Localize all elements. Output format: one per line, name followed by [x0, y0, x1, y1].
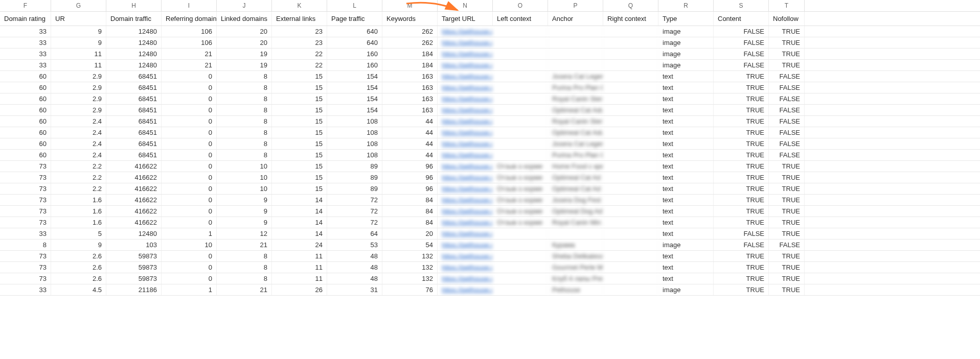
cell-n[interactable]: https://pethouse.ua/ru/search-res	[438, 240, 493, 250]
cell-f[interactable]: 60	[0, 105, 51, 115]
cell-t[interactable]: FALSE	[769, 150, 805, 160]
table-row[interactable]: 602.468451081510844https://pethouse.ua/r…	[0, 127, 980, 138]
cell-s[interactable]: TRUE	[714, 172, 769, 183]
table-row[interactable]: 602.9684510815154163https://pethouse.ua/…	[0, 71, 980, 82]
cell-l[interactable]: 154	[327, 93, 382, 104]
cell-r[interactable]: text	[658, 273, 714, 284]
cell-t[interactable]: TRUE	[769, 37, 805, 48]
cell-k[interactable]: 11	[272, 273, 327, 284]
cell-g[interactable]: 2.9	[51, 93, 106, 104]
cell-r[interactable]: image	[658, 60, 714, 70]
cell-i[interactable]: 0	[162, 273, 217, 284]
cell-l[interactable]: 31	[327, 284, 382, 295]
header-anchor[interactable]: Anchor	[548, 12, 603, 26]
cell-k[interactable]: 15	[272, 183, 327, 194]
cell-m[interactable]: 44	[382, 127, 438, 138]
cell-h[interactable]: 416622	[106, 206, 162, 217]
cell-s[interactable]: FALSE	[714, 240, 769, 250]
table-row[interactable]: 891031021245354https://pethouse.ua/ru/se…	[0, 240, 980, 251]
cell-g[interactable]: 2.9	[51, 82, 106, 93]
cell-g[interactable]: 9	[51, 240, 106, 250]
cell-o[interactable]	[493, 150, 548, 160]
cell-j[interactable]: 8	[217, 251, 272, 261]
cell-p[interactable]: Pethouse	[548, 284, 603, 295]
cell-f[interactable]: 33	[0, 284, 51, 295]
cell-h[interactable]: 416622	[106, 195, 162, 205]
cell-q[interactable]	[603, 60, 658, 70]
cell-s[interactable]: TRUE	[714, 262, 769, 273]
cell-m[interactable]: 163	[382, 93, 438, 104]
cell-q[interactable]	[603, 262, 658, 273]
cell-q[interactable]	[603, 49, 658, 59]
cell-h[interactable]: 68451	[106, 116, 162, 127]
cell-t[interactable]: FALSE	[769, 240, 805, 250]
cell-m[interactable]: 76	[382, 284, 438, 295]
cell-o[interactable]	[493, 240, 548, 250]
cell-l[interactable]: 48	[327, 262, 382, 273]
cell-m[interactable]: 20	[382, 228, 438, 239]
cell-f[interactable]: 73	[0, 195, 51, 205]
cell-r[interactable]: text	[658, 82, 714, 93]
cell-f[interactable]: 60	[0, 127, 51, 138]
cell-j[interactable]: 8	[217, 273, 272, 284]
cell-l[interactable]: 108	[327, 127, 382, 138]
header-nofollow[interactable]: Nofollow	[769, 12, 805, 26]
cell-n[interactable]: https://pethouse.ua/ru/shop/koshk	[438, 71, 493, 82]
cell-q[interactable]	[603, 217, 658, 228]
cell-q[interactable]	[603, 206, 658, 217]
cell-o[interactable]	[493, 127, 548, 138]
header-referring-domains[interactable]: Referring domains	[162, 12, 217, 26]
header-domain-traffic[interactable]: Domain traffic	[106, 12, 162, 26]
cell-h[interactable]: 12480	[106, 228, 162, 239]
cell-o[interactable]	[493, 116, 548, 127]
cell-m[interactable]: 132	[382, 262, 438, 273]
cell-m[interactable]: 96	[382, 183, 438, 194]
cell-f[interactable]: 73	[0, 161, 51, 172]
cell-k[interactable]: 23	[272, 37, 327, 48]
cell-m[interactable]: 54	[382, 240, 438, 250]
cell-f[interactable]: 73	[0, 206, 51, 217]
cell-h[interactable]: 12480	[106, 49, 162, 59]
cell-m[interactable]: 84	[382, 195, 438, 205]
cell-f[interactable]: 60	[0, 138, 51, 149]
cell-j[interactable]: 8	[217, 262, 272, 273]
column-letter-s[interactable]: S	[714, 0, 769, 11]
cell-h[interactable]: 68451	[106, 138, 162, 149]
cell-g[interactable]: 2.4	[51, 138, 106, 149]
table-row[interactable]: 732.659873081148132https://pethouse.ua/r…	[0, 273, 980, 284]
cell-n[interactable]: https://pethouse.ua/ru/shop/koshk	[438, 273, 493, 284]
cell-p[interactable]: Gourmet Perle Mini Filets Tuna	[548, 262, 603, 273]
cell-q[interactable]	[603, 161, 658, 172]
cell-s[interactable]: FALSE	[714, 37, 769, 48]
header-external-links[interactable]: External links	[272, 12, 327, 26]
header-keywords[interactable]: Keywords	[382, 12, 438, 26]
cell-f[interactable]: 33	[0, 60, 51, 70]
cell-n[interactable]: https://pethouse.ua/ru/shop/koshk	[438, 150, 493, 160]
column-letter-m[interactable]: M	[382, 0, 438, 11]
cell-h[interactable]: 12480	[106, 37, 162, 48]
table-row[interactable]: 33512480112146420https://pethouse.ua/ru/…	[0, 228, 980, 240]
cell-p[interactable]: Optimeal Dog Ad	[548, 206, 603, 217]
cell-t[interactable]: FALSE	[769, 93, 805, 104]
cell-i[interactable]: 0	[162, 206, 217, 217]
cell-s[interactable]: TRUE	[714, 116, 769, 127]
cell-r[interactable]: text	[658, 150, 714, 160]
cell-m[interactable]: 96	[382, 172, 438, 183]
cell-t[interactable]: TRUE	[769, 161, 805, 172]
table-row[interactable]: 602.468451081510844https://pethouse.ua/r…	[0, 116, 980, 127]
cell-p[interactable]	[548, 60, 603, 70]
cell-i[interactable]: 0	[162, 93, 217, 104]
cell-g[interactable]: 5	[51, 228, 106, 239]
table-row[interactable]: 732.2416622010158996https://pethouse.ua/…	[0, 161, 980, 172]
cell-f[interactable]: 73	[0, 172, 51, 183]
cell-i[interactable]: 0	[162, 195, 217, 205]
cell-n[interactable]: https://pethouse.ua/ru/shop/koshk	[438, 161, 493, 172]
cell-o[interactable]	[493, 262, 548, 273]
cell-j[interactable]: 19	[217, 60, 272, 70]
cell-n[interactable]: https://pethouse.ua/ru/shop/koshk	[438, 82, 493, 93]
cell-n[interactable]: https://pethouse.ua/shop/koshkam/suhoi-k…	[438, 26, 493, 37]
cell-s[interactable]: TRUE	[714, 93, 769, 104]
header-ur[interactable]: UR	[51, 12, 106, 26]
table-row[interactable]: 331112480211922160184https://pethouse.ua…	[0, 60, 980, 71]
cell-p[interactable]: Optimeal Cat Ad	[548, 183, 603, 194]
